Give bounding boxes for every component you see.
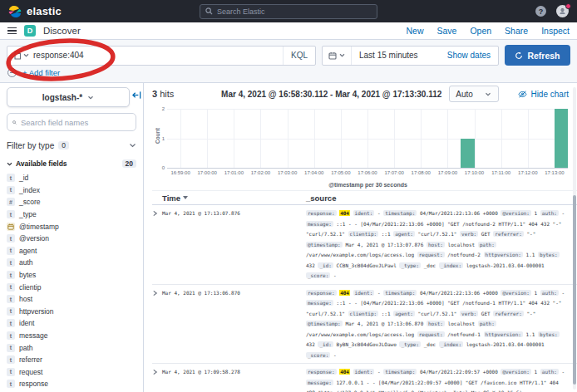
- source-field-badge: host:: [427, 321, 445, 326]
- source-field-badge: @version:: [501, 369, 531, 375]
- action-share[interactable]: Share: [505, 26, 528, 36]
- source-field-badge: @timestamp:: [306, 242, 343, 247]
- histogram-bar[interactable]: [555, 109, 568, 168]
- field-item-@timestamp[interactable]: @timestamp: [7, 220, 136, 233]
- x-tick-label: 17:02:00: [251, 170, 270, 175]
- string-field-icon: t: [7, 258, 15, 267]
- action-save[interactable]: Save: [436, 26, 456, 36]
- show-dates-link[interactable]: Show dates: [440, 51, 498, 60]
- source-field-badge: referrer:: [493, 231, 524, 237]
- source-field-badge: verb:: [460, 311, 478, 316]
- collapse-sidebar-icon[interactable]: [132, 91, 141, 100]
- x-tick-label: 17:00:00: [198, 170, 217, 175]
- table-row: Mar 4, 2021 @ 17:09:58.278response: 404 …: [152, 364, 577, 392]
- chevron-down-icon: [129, 143, 136, 148]
- field-item-clientip[interactable]: tclientip: [7, 281, 136, 293]
- filter-icon[interactable]: [7, 68, 17, 77]
- source-field-badge: path:: [478, 242, 496, 247]
- chevron-down-icon: [485, 92, 491, 96]
- index-pattern-name: logstash-*: [42, 93, 82, 102]
- number-field-icon: #: [7, 198, 15, 206]
- app-bar: D Discover NewSaveOpenShareInspect: [0, 22, 577, 40]
- field-item-@version[interactable]: t@version: [7, 233, 136, 245]
- eye-slash-icon: [518, 91, 527, 98]
- scrollbar-thumb[interactable]: [573, 195, 576, 385]
- field-search[interactable]: [7, 113, 136, 131]
- source-field-badge: clientip:: [348, 231, 379, 237]
- field-item-path[interactable]: tpath: [7, 341, 136, 354]
- time-range-value[interactable]: Last 15 minutes: [352, 51, 440, 60]
- highlighted-value: 404: [339, 369, 350, 375]
- user-avatar[interactable]: [556, 5, 569, 17]
- hits-number: 3: [152, 89, 157, 99]
- elastic-brand[interactable]: elastic: [8, 5, 62, 18]
- search-icon: [12, 119, 17, 126]
- field-item-_index[interactable]: t_index: [7, 184, 136, 197]
- source-field-badge: host:: [427, 242, 445, 247]
- field-item-request[interactable]: trequest: [7, 366, 136, 379]
- field-item-bytes[interactable]: tbytes: [7, 269, 136, 282]
- calendar-menu-button[interactable]: [323, 47, 352, 65]
- add-filter-button[interactable]: + Add filter: [22, 68, 60, 77]
- highlighted-value: 404: [339, 290, 350, 296]
- filter-by-type[interactable]: Filter by type 0: [7, 137, 136, 154]
- source-field-badge: auth:: [540, 210, 559, 216]
- refresh-button[interactable]: Refresh: [505, 45, 570, 66]
- field-search-input[interactable]: [21, 118, 131, 127]
- expand-row-icon[interactable]: [152, 288, 162, 361]
- chart-header-center: Mar 4, 2021 @ 16:58:30.112 - Mar 4, 2021…: [202, 86, 518, 102]
- scrollbar-track[interactable]: [573, 87, 576, 390]
- field-item-_score[interactable]: #_score: [7, 196, 136, 208]
- available-fields-header[interactable]: Available fields 20: [7, 159, 136, 168]
- field-name: request: [19, 368, 42, 376]
- field-item-httpversion[interactable]: thttpversion: [7, 306, 136, 318]
- saved-query-menu-button[interactable]: [7, 51, 33, 60]
- global-header-right: ?: [535, 5, 569, 17]
- expand-row-icon[interactable]: [152, 208, 162, 282]
- expand-row-icon[interactable]: [152, 367, 162, 392]
- field-name: ident: [19, 319, 34, 327]
- field-item-_id[interactable]: t_id: [7, 172, 136, 184]
- action-new[interactable]: New: [406, 26, 423, 36]
- help-icon[interactable]: ?: [535, 6, 546, 17]
- field-item-auth[interactable]: tauth: [7, 257, 136, 269]
- string-field-icon: t: [7, 331, 15, 340]
- action-open[interactable]: Open: [470, 26, 491, 36]
- field-item-host[interactable]: thost: [7, 293, 136, 306]
- string-field-icon: t: [7, 186, 15, 194]
- interval-select[interactable]: Auto: [449, 86, 499, 102]
- field-item-agent[interactable]: tagent: [7, 245, 136, 257]
- index-pattern-selector[interactable]: logstash-*: [7, 87, 130, 107]
- time-column-label: Time: [162, 194, 180, 203]
- notification-dot: [565, 3, 571, 9]
- source-field-badge: response:: [306, 210, 337, 216]
- query-input[interactable]: [33, 51, 283, 60]
- hide-chart-link[interactable]: Hide chart: [518, 90, 569, 99]
- source-field-badge: message:: [306, 300, 333, 306]
- field-item-response[interactable]: tresponse: [7, 378, 136, 390]
- hamburger-menu-icon[interactable]: [7, 27, 17, 35]
- action-inspect[interactable]: Inspect: [541, 26, 570, 36]
- hits-label: hits: [160, 89, 174, 99]
- field-name: bytes: [19, 271, 36, 279]
- y-tick-label: 1: [156, 136, 165, 141]
- source-field-badge: @version:: [501, 210, 531, 216]
- available-fields-label: Available fields: [16, 159, 67, 168]
- global-search-input[interactable]: [217, 7, 372, 16]
- x-axis-label: @timestamp per 30 seconds: [167, 182, 569, 188]
- document-time: Mar 4, 2021 @ 17:13:07.876: [162, 208, 306, 282]
- histogram-bar[interactable]: [461, 139, 474, 169]
- field-item-_type[interactable]: t_type: [7, 208, 136, 221]
- x-tick-label: 17:09:00: [438, 170, 457, 175]
- global-search[interactable]: [200, 4, 377, 19]
- document-time: Mar 4, 2021 @ 17:09:58.278: [162, 367, 306, 392]
- field-item-message[interactable]: tmessage: [7, 330, 136, 342]
- query-language-button[interactable]: KQL: [283, 47, 315, 65]
- source-field-badge: httpversion:: [484, 252, 523, 257]
- source-field-badge: path:: [478, 321, 496, 326]
- source-field-badge: response:: [306, 369, 337, 375]
- time-column-header[interactable]: Time: [162, 194, 306, 203]
- field-item-ident[interactable]: tident: [7, 317, 136, 330]
- field-name: _id: [19, 174, 28, 182]
- field-item-referrer[interactable]: treferrer: [7, 354, 136, 366]
